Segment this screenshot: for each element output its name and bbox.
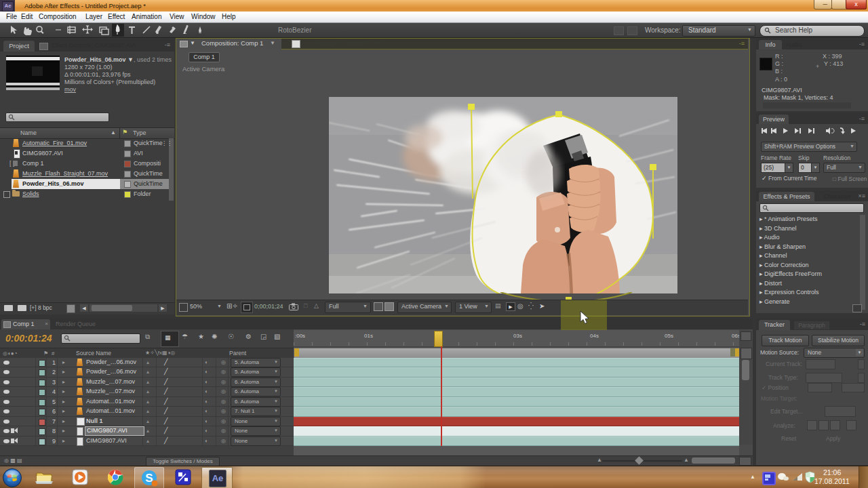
svg-text:RotoBezier: RotoBezier [278,26,312,34]
